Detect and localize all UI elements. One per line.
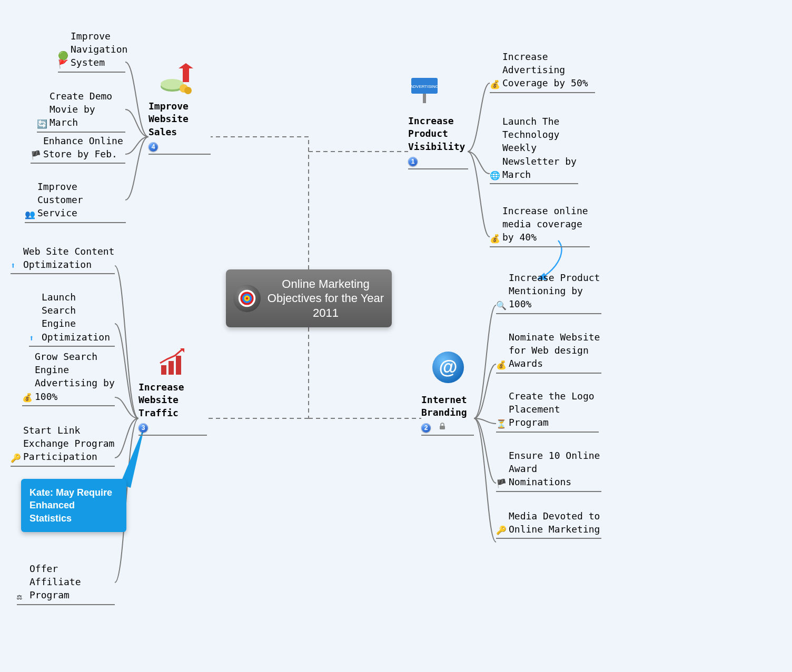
- note-author: Kate:: [29, 487, 56, 498]
- leaf-advertising-coverage[interactable]: 💰 Increase Advertising Coverage by 50%: [490, 50, 595, 93]
- chart-up-icon: [157, 346, 194, 378]
- leaf-seo[interactable]: ⬆ Launch Search Engine Optimization: [29, 290, 115, 347]
- leaf-logo-placement[interactable]: ⏳ Create the Logo Placement Program: [496, 389, 599, 433]
- svg-text:@: @: [439, 356, 457, 378]
- people-icon: 👥: [25, 210, 35, 220]
- key-icon: 🔑: [11, 454, 21, 464]
- leaf-customer-service[interactable]: 👥 Improve Customer Service: [25, 180, 126, 223]
- svg-rect-14: [176, 356, 181, 375]
- globe-refresh-icon: 🔄: [37, 120, 47, 129]
- leaf-content-optimization[interactable]: ⬆ Web Site Content Optimization: [11, 245, 115, 274]
- magnifier-icon: 🔍: [496, 302, 507, 311]
- lock-icon: [439, 420, 446, 428]
- flag-black-icon: 🏴: [496, 479, 507, 489]
- globe-icon: 🌐: [490, 172, 500, 181]
- branch-increase-website-traffic[interactable]: Increase Website Traffic 3: [138, 381, 207, 436]
- arrow-up-blue-icon: ⬆: [29, 334, 39, 344]
- scale-icon: ⚖: [17, 593, 27, 602]
- svg-text:ADVERTISING: ADVERTISING: [410, 84, 439, 89]
- coin-dollar-icon: 💰: [496, 361, 507, 370]
- coin-dollar-icon: 💰: [490, 81, 500, 90]
- leaf-improve-navigation[interactable]: 🟢🚩 Improve Navigation System: [58, 29, 125, 73]
- target-icon: [233, 285, 261, 312]
- branch-increase-product-visibility[interactable]: Increase Product Visibility 1: [408, 115, 468, 169]
- mindmap-canvas: Online Marketing Objectives for the Year…: [0, 0, 625, 656]
- hourglass-icon: ⏳: [496, 420, 507, 429]
- branch-internet-branding[interactable]: Internet Branding 2: [421, 394, 474, 436]
- flag-black-icon: 🏴: [31, 151, 41, 161]
- leaf-link-exchange[interactable]: 🔑 Start Link Exchange Program Participat…: [11, 424, 115, 467]
- svg-rect-11: [423, 94, 426, 103]
- leaf-media-devoted[interactable]: 🔑 Media Devoted to Online Marketing: [496, 509, 601, 539]
- coin-dollar-icon: 💰: [490, 235, 500, 244]
- leaf-web-design-awards[interactable]: 💰 Nominate Website for Web design Awards: [496, 330, 601, 374]
- money-arrow-icon: [160, 63, 196, 95]
- coin-dollar-icon: 💰: [22, 394, 33, 403]
- svg-rect-17: [440, 426, 445, 429]
- key-icon: 🔑: [496, 526, 507, 536]
- branch-label: Internet Branding: [421, 394, 474, 419]
- priority-badge-2: 2: [421, 423, 431, 433]
- central-topic-title: Online Marketing Objectives for the Year…: [267, 277, 384, 320]
- leaf-newsletter[interactable]: 🌐 Launch The Technology Weekly Newslette…: [490, 115, 578, 184]
- priority-badge-4: 4: [148, 142, 158, 152]
- branch-label: Increase Product Visibility: [408, 115, 468, 153]
- at-sign-sphere-icon: @: [431, 350, 466, 385]
- leaf-award-nominations[interactable]: 🏴 Ensure 10 Online Award Nominations: [496, 449, 601, 492]
- leaf-product-mentioning[interactable]: 🔍 Increase Product Mentioning by 100%: [496, 271, 601, 314]
- flag-green-icon: 🟢🚩: [58, 52, 68, 69]
- leaf-demo-movie[interactable]: 🔄 Create Demo Movie by March: [37, 89, 125, 133]
- branch-label: Increase Website Traffic: [138, 381, 207, 419]
- leaf-affiliate-program[interactable]: ⚖ Offer Affiliate Program: [17, 562, 115, 605]
- central-topic[interactable]: Online Marketing Objectives for the Year…: [226, 269, 392, 327]
- svg-rect-13: [169, 361, 174, 375]
- leaf-search-advertising[interactable]: 💰 Grow Search Engine Advertising by 100%: [22, 350, 115, 406]
- note-callout[interactable]: Kate: May Require Enhanced Statistics: [21, 479, 126, 532]
- arrow-up-blue-icon: ⬆: [11, 262, 21, 271]
- branch-improve-website-sales[interactable]: Improve Website Sales 4: [148, 100, 211, 155]
- leaf-enhance-store[interactable]: 🏴 Enhance Online Store by Feb.: [31, 134, 125, 164]
- svg-point-8: [184, 87, 192, 94]
- priority-badge-3: 3: [138, 423, 148, 433]
- advertising-sign-icon: ADVERTISING: [408, 74, 445, 105]
- priority-badge-1: 1: [408, 157, 418, 166]
- branch-label: Improve Website Sales: [148, 100, 211, 138]
- svg-point-4: [246, 297, 249, 300]
- leaf-media-coverage[interactable]: 💰 Increase online media coverage by 40%: [490, 204, 590, 247]
- svg-rect-12: [161, 365, 166, 375]
